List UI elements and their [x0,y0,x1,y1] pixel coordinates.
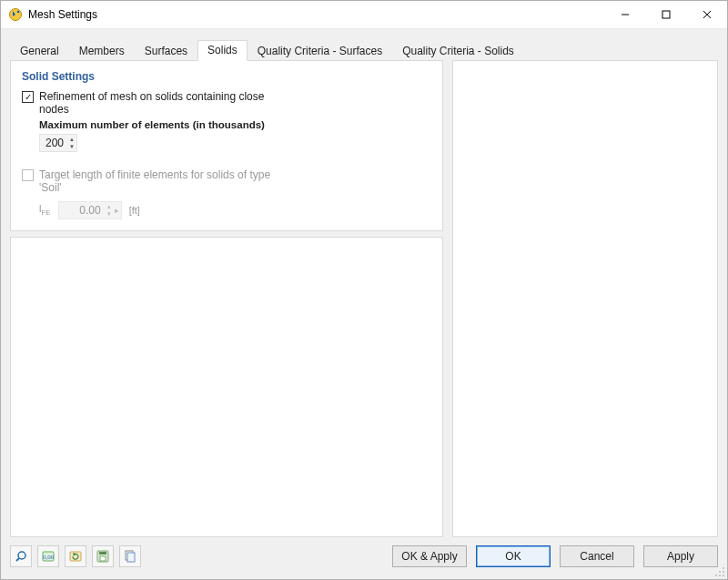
check-icon: ✓ [25,93,32,102]
svg-point-19 [715,575,717,576]
lfe-symbol: lFE [39,203,51,217]
svg-line-7 [16,558,19,561]
right-preview-panel [452,60,718,537]
chevron-right-icon: ▸ [114,206,121,215]
tab-members[interactable]: Members [69,41,135,61]
svg-point-21 [723,575,724,576]
spin-down-icon[interactable]: ▼ [67,143,76,150]
svg-rect-13 [100,556,106,561]
svg-text:0,00: 0,00 [43,554,55,561]
copy-template-tool-button[interactable] [119,545,141,567]
target-soil-checkbox [22,169,34,181]
spin-up-icon: ▲ [105,203,114,210]
dialog-button-row: OK & Apply OK Cancel Apply [392,545,718,567]
apply-button[interactable]: Apply [643,545,718,567]
lower-left-panel [10,237,443,537]
lfe-row: lFE 0.00 ▲ ▼ ▸ [ft] [39,201,431,219]
close-button[interactable] [686,1,727,28]
refinement-label: Refinement of mesh on solids containing … [39,90,276,116]
max-elements-label: Maximum number of elements (in thousands… [39,119,431,130]
app-icon [8,7,23,22]
lfe-spinner-buttons: ▲ ▼ [105,203,114,218]
refinement-option-row: ✓ Refinement of mesh on solids containin… [22,90,431,116]
spin-up-icon[interactable]: ▲ [67,136,76,143]
save-template-tool-button[interactable] [92,545,114,567]
target-soil-option-row: Target length of finite elements for sol… [22,168,431,194]
search-tool-button[interactable] [10,545,32,567]
tab-quality-criteria-solids[interactable]: Quality Criteria - Solids [392,41,524,61]
spinner-buttons[interactable]: ▲ ▼ [67,136,76,150]
tab-general[interactable]: General [10,41,69,61]
bottom-bar: 0,00 OK & Apply OK Cancel Apply [10,543,718,570]
max-elements-value: 200 [40,137,67,149]
tab-strip: General Members Surfaces Solids Quality … [10,40,718,60]
lfe-value: 0.00 [59,204,105,217]
refinement-checkbox[interactable]: ✓ [22,91,34,103]
svg-point-17 [719,571,721,573]
tab-quality-criteria-surfaces[interactable]: Quality Criteria - Surfaces [248,41,392,61]
svg-point-16 [723,567,724,569]
tab-surfaces[interactable]: Surfaces [135,41,197,61]
svg-point-1 [17,11,20,14]
lfe-spinner: 0.00 ▲ ▼ ▸ [58,201,122,219]
solid-settings-panel: Solid Settings ✓ Refinement of mesh on s… [10,60,443,231]
svg-point-20 [719,575,721,576]
cancel-button[interactable]: Cancel [560,545,634,567]
tab-solids[interactable]: Solids [197,40,248,61]
maximize-button[interactable] [645,1,686,28]
ok-button[interactable]: OK [476,545,551,567]
left-toolbar: 0,00 [10,545,141,567]
spin-down-icon: ▼ [105,210,114,218]
titlebar: Mesh Settings [1,1,727,29]
resize-grip-icon[interactable] [714,566,725,577]
max-elements-spinner[interactable]: 200 ▲ ▼ [39,134,77,152]
minimize-button[interactable] [604,1,645,28]
svg-point-6 [18,552,25,559]
target-soil-label: Target length of finite elements for sol… [39,168,276,194]
decimals-tool-button[interactable]: 0,00 [37,545,59,567]
svg-rect-15 [127,553,135,562]
refresh-tool-button[interactable] [65,545,86,567]
svg-point-18 [723,571,724,573]
window-title: Mesh Settings [28,8,604,21]
lfe-unit: [ft] [129,205,140,216]
svg-rect-3 [662,11,670,18]
svg-rect-12 [99,552,106,555]
ok-apply-button[interactable]: OK & Apply [392,545,467,567]
panel-title: Solid Settings [22,70,431,83]
